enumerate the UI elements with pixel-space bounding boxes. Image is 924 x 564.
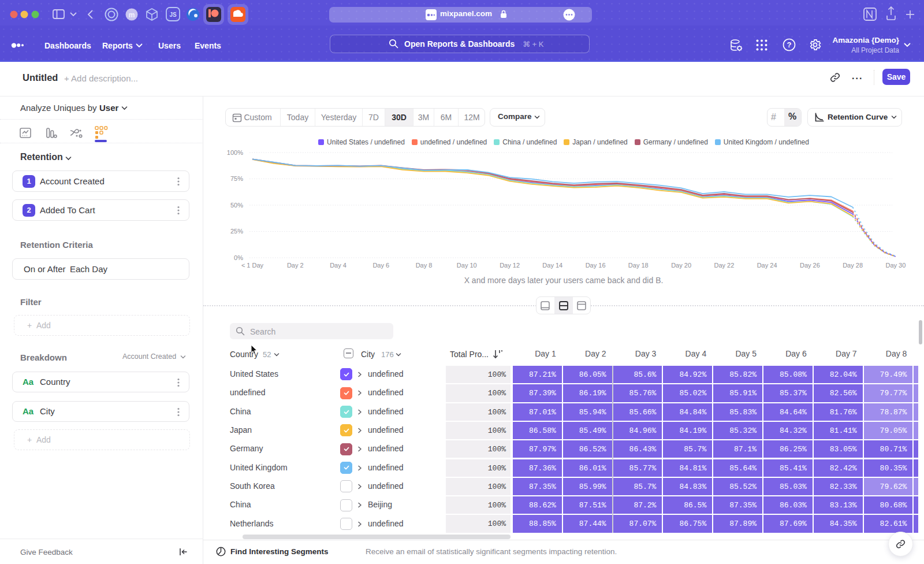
svg-text:Day 24: Day 24	[757, 262, 777, 269]
svg-text:100%: 100%	[227, 149, 243, 156]
svg-text:Day 20: Day 20	[671, 262, 691, 269]
svg-text:Day 26: Day 26	[800, 262, 820, 269]
svg-text:Day 14: Day 14	[542, 262, 562, 269]
svg-text:0%: 0%	[234, 254, 243, 261]
svg-text:Day 8: Day 8	[416, 262, 433, 269]
svg-text:Day 2: Day 2	[287, 262, 304, 269]
svg-text:Day 16: Day 16	[586, 262, 606, 269]
svg-text:JS: JS	[169, 12, 177, 18]
svg-text:75%: 75%	[230, 175, 243, 182]
svg-text:m: m	[129, 11, 135, 19]
svg-text:Day 10: Day 10	[457, 262, 477, 269]
svg-text:50%: 50%	[230, 202, 243, 209]
svg-text:Day 28: Day 28	[843, 262, 863, 269]
svg-text:Day 4: Day 4	[330, 262, 346, 269]
svg-text:Day 30: Day 30	[885, 262, 906, 269]
svg-text:Day 22: Day 22	[714, 262, 734, 269]
svg-text:Day 6: Day 6	[372, 262, 389, 269]
svg-text:Day 18: Day 18	[628, 262, 649, 269]
svg-text:?: ?	[787, 40, 792, 49]
svg-text:Day 12: Day 12	[500, 262, 520, 269]
svg-text:25%: 25%	[230, 228, 243, 235]
svg-text:< 1 Day: < 1 Day	[241, 262, 264, 269]
